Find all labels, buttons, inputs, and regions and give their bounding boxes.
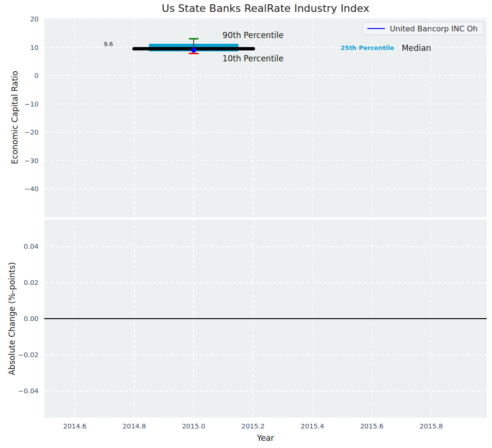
- y-tick-label: 0.04: [24, 243, 39, 250]
- x-tick-label: 2015.8: [420, 422, 443, 430]
- gridline-y: [44, 188, 487, 189]
- x-tick-label: 2015.0: [182, 422, 205, 430]
- gridline-x: [312, 18, 313, 217]
- y-tick-label: −0.04: [18, 387, 39, 395]
- y-tick-label: −20: [24, 128, 39, 136]
- legend-label: United Bancorp INC Oh: [390, 24, 478, 33]
- axes-absolute-change: 2014.62014.82015.02015.22015.42015.62015…: [44, 220, 487, 418]
- annotation-9-6: 9.6: [104, 41, 113, 48]
- gridline-y: [44, 390, 487, 391]
- y-tick-label: −0.02: [18, 351, 39, 359]
- y-axis-label-top: Economic Capital Ratio: [10, 71, 20, 164]
- gridline-y: [44, 160, 487, 161]
- annotation-25th-percentile: 25th Percentile: [341, 44, 394, 51]
- y-tick-label: 0.02: [24, 279, 39, 286]
- y-tick-label: 10: [30, 44, 39, 51]
- gridline-y: [44, 246, 487, 247]
- y-tick-label: −10: [24, 100, 39, 108]
- gridline-x: [75, 18, 76, 217]
- data-point-united-bancorp-inc-oh: [191, 47, 196, 52]
- gridline-y: [44, 104, 487, 105]
- figure: Us State Banks RealRate Industry Index U…: [0, 0, 492, 448]
- annotation-median: Median: [402, 43, 431, 53]
- whisker-cap-90th: [189, 38, 198, 39]
- x-tick-label: 2015.2: [241, 422, 265, 430]
- chart-title: Us State Banks RealRate Industry Index: [44, 2, 487, 14]
- x-tick-label: 2015.4: [301, 422, 324, 430]
- legend: United Bancorp INC Oh: [362, 22, 484, 35]
- x-tick-label: 2014.6: [63, 422, 87, 430]
- gridline-y: [44, 282, 487, 283]
- y-tick-label: 0: [34, 72, 39, 79]
- y-tick-label: −30: [24, 157, 39, 165]
- annotation-90th-percentile: 90th Percentile: [223, 30, 284, 40]
- x-axis-label: Year: [257, 433, 274, 443]
- y-axis-label-bottom: Absolute Change (%-points): [7, 262, 17, 375]
- legend-line-icon: [367, 28, 385, 29]
- whisker-cap-10th: [189, 53, 198, 54]
- x-tick-label: 2015.6: [360, 422, 384, 430]
- gridline-y: [44, 354, 487, 355]
- gridline-y: [44, 75, 487, 76]
- y-tick-label: 0.00: [24, 315, 39, 322]
- zero-line: [44, 318, 487, 319]
- gridline-y: [44, 132, 487, 133]
- y-tick-label: −40: [24, 185, 39, 193]
- annotation-10th-percentile: 10th Percentile: [223, 54, 284, 63]
- axes-economic-capital-ratio: United Bancorp INC Oh 20100−10−20−30−409…: [44, 18, 487, 217]
- gridline-y: [44, 19, 487, 20]
- x-tick-label: 2014.8: [123, 422, 146, 430]
- y-tick-label: 20: [30, 15, 39, 23]
